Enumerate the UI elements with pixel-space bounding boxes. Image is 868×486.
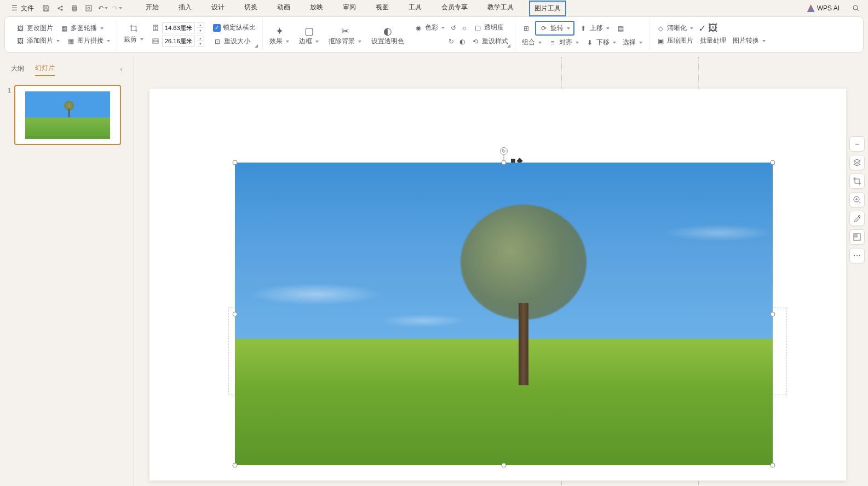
width-spinner[interactable]: ▲▼ xyxy=(197,36,204,47)
group-label: 组合 xyxy=(522,38,535,47)
sidebar-tab-slides[interactable]: 幻灯片 xyxy=(35,61,55,76)
wps-ai-label: WPS AI xyxy=(817,4,840,12)
float-collapse-button[interactable]: − xyxy=(849,136,865,152)
resize-handle-bm[interactable] xyxy=(502,463,507,468)
slide-canvas[interactable] xyxy=(150,89,846,481)
add-image-button[interactable]: 🖼添加图片 xyxy=(14,35,62,47)
rotate-left-icon[interactable]: ↺ xyxy=(449,24,458,32)
tint-button[interactable]: ◉色彩 xyxy=(412,22,447,33)
rotate-right-icon[interactable]: ↻ xyxy=(447,37,456,46)
remove-bg-button[interactable]: 抠除背景 xyxy=(326,36,364,47)
transparency-button[interactable]: ▢透明度 xyxy=(471,22,506,33)
undo-button[interactable]: ↶ xyxy=(99,4,107,13)
sharpen-label: 清晰化 xyxy=(667,24,687,33)
reset-style-button[interactable]: ⟲重设样式 xyxy=(469,36,510,47)
height-input[interactable] xyxy=(162,22,195,33)
move-down-button[interactable]: ⬇下移 xyxy=(583,37,618,48)
style-launcher-icon[interactable]: ◢ xyxy=(507,43,513,49)
image-content xyxy=(235,163,773,465)
align-button[interactable]: ≡对齐 xyxy=(546,37,581,48)
group-button[interactable]: 组合 xyxy=(520,37,544,48)
width-input[interactable] xyxy=(162,36,195,47)
batch-button[interactable]: 批量处理 xyxy=(698,35,728,47)
redo-button[interactable]: ↷ xyxy=(113,4,122,13)
resize-handle-tl[interactable] xyxy=(233,160,238,165)
float-zoom-button[interactable] xyxy=(849,192,865,207)
reset-style-icon: ⟲ xyxy=(471,37,480,46)
floating-toolbar: − ⋯ xyxy=(849,136,865,263)
group-icon-button[interactable]: ⊞ xyxy=(520,23,533,34)
effect-icon: ✦ xyxy=(275,27,284,36)
select-button[interactable]: 选择 xyxy=(620,37,645,48)
image-stitch-button[interactable]: ▦图片拼接 xyxy=(64,35,112,47)
resize-handle-tm[interactable] xyxy=(502,160,507,165)
tab-insert[interactable]: 插入 xyxy=(174,1,196,16)
float-crop-button[interactable] xyxy=(849,173,865,189)
resize-handle-tr[interactable] xyxy=(771,160,775,165)
ribbon-group-adjust: ◇清晰化 ✓ 🖼 ▣压缩图片 批量处理 图片转换 xyxy=(649,19,772,50)
main-area: 大纲 幻灯片 ‹ 1 xyxy=(0,57,868,486)
height-spinner[interactable]: ▲▼ xyxy=(197,22,204,33)
wps-ai-button[interactable]: WPS AI xyxy=(803,2,844,14)
tab-member[interactable]: 会员专享 xyxy=(437,1,472,16)
checkbox-checked-icon: ✓ xyxy=(213,24,221,32)
collapse-sidebar-button[interactable]: ‹ xyxy=(120,65,123,73)
float-magic-button[interactable] xyxy=(849,211,865,226)
convert-button[interactable]: 图片转换 xyxy=(731,35,768,47)
thumbnail-number: 1 xyxy=(4,85,11,145)
compress-button[interactable]: ▣压缩图片 xyxy=(654,35,695,47)
selected-image[interactable] xyxy=(235,163,773,465)
tab-tools[interactable]: 工具 xyxy=(404,1,426,16)
print-icon[interactable] xyxy=(70,4,79,13)
multi-outline-button[interactable]: ▦多图轮播 xyxy=(58,22,106,34)
resize-handle-mr[interactable] xyxy=(771,311,775,316)
contrast-icon[interactable]: ◐ xyxy=(458,37,467,46)
tab-home[interactable]: 开始 xyxy=(141,1,163,16)
tab-review[interactable]: 审阅 xyxy=(338,1,360,16)
tab-teaching[interactable]: 教学工具 xyxy=(483,1,518,16)
border-button[interactable]: 边框 xyxy=(297,36,321,47)
float-template-button[interactable] xyxy=(849,229,865,245)
move-down-label: 下移 xyxy=(596,38,610,47)
pane-icon-button[interactable]: ▤ xyxy=(614,23,627,34)
set-transparent-button[interactable]: 设置透明色 xyxy=(369,36,406,47)
resize-handle-bl[interactable] xyxy=(233,463,238,468)
sidebar-tab-outline[interactable]: 大纲 xyxy=(11,62,24,76)
tab-design[interactable]: 设计 xyxy=(207,1,229,16)
print-preview-icon[interactable] xyxy=(84,4,93,13)
change-image-button[interactable]: 🖼更改图片 xyxy=(14,22,55,34)
reset-size-label: 重设大小 xyxy=(224,37,250,46)
share-icon[interactable] xyxy=(56,4,65,13)
move-up-button[interactable]: ⬆上移 xyxy=(577,22,612,34)
file-label: 文件 xyxy=(21,4,34,13)
tab-transition[interactable]: 切换 xyxy=(240,1,262,16)
search-icon[interactable] xyxy=(852,4,860,13)
rotation-handle[interactable] xyxy=(500,147,508,155)
reset-size-button[interactable]: ⊡重设大小 xyxy=(211,36,258,47)
effect-button[interactable]: 效果 xyxy=(267,36,291,47)
tab-slideshow[interactable]: 放映 xyxy=(306,1,327,16)
crop-icon[interactable] xyxy=(129,24,138,33)
brightness-icon[interactable]: ☼ xyxy=(460,24,469,32)
image-stitch-label: 图片拼接 xyxy=(77,36,104,45)
canvas-area[interactable]: − ⋯ xyxy=(134,57,868,486)
save-icon[interactable] xyxy=(42,4,50,13)
size-launcher-icon[interactable]: ◢ xyxy=(255,43,260,49)
lock-ratio-label: 锁定纵横比 xyxy=(223,23,256,32)
slide-thumbnail[interactable] xyxy=(14,85,121,145)
move-down-icon: ⬇ xyxy=(585,38,594,47)
float-layers-button[interactable] xyxy=(849,155,865,170)
crop-button[interactable]: 裁剪 xyxy=(122,34,146,45)
tab-view[interactable]: 视图 xyxy=(371,1,393,16)
pane-icon: ▤ xyxy=(616,24,625,33)
file-menu-button[interactable]: ☰ 文件 xyxy=(5,2,38,15)
float-more-button[interactable]: ⋯ xyxy=(849,248,865,263)
tab-picture-tools[interactable]: 图片工具 xyxy=(529,1,566,16)
rotate-button[interactable]: ⟳旋转 xyxy=(535,21,574,36)
sharpen-button[interactable]: ◇清晰化 xyxy=(654,22,695,34)
resize-handle-br[interactable] xyxy=(771,463,775,468)
resize-handle-ml[interactable] xyxy=(233,311,238,316)
change-image-label: 更改图片 xyxy=(27,24,53,33)
tab-animation[interactable]: 动画 xyxy=(273,1,295,16)
lock-ratio-checkbox[interactable]: ✓锁定纵横比 xyxy=(211,22,258,33)
